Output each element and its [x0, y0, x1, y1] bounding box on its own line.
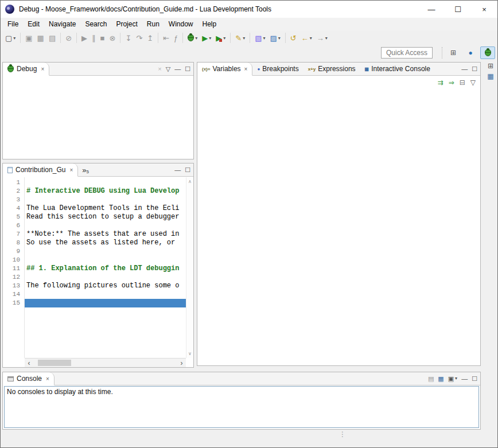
use-step-filters-button[interactable]: ƒ — [172, 32, 180, 44]
scroll-down-icon[interactable]: ∨ — [188, 351, 192, 356]
open-console-button[interactable]: ▣▾ — [448, 376, 457, 382]
scroll-up-icon[interactable]: ∧ — [188, 179, 192, 184]
save-button[interactable]: ▣ — [24, 32, 34, 44]
menu-edit[interactable]: Edit — [23, 18, 44, 30]
open-element-button-dropdown-icon[interactable]: ▾ — [278, 36, 281, 41]
variables-maximize-button[interactable]: ☐ — [472, 66, 477, 72]
menu-search[interactable]: Search — [80, 18, 111, 30]
new-button-icon: ▢ — [5, 34, 12, 42]
editor-tab-close-icon[interactable]: × — [69, 167, 73, 173]
debug-button[interactable]: ▾ — [186, 32, 199, 44]
console-content[interactable]: No consoles to display at this time. — [4, 386, 479, 428]
resume-button[interactable]: ▶ — [80, 32, 89, 44]
terminate-button[interactable]: ■ — [99, 32, 107, 44]
variables-close-icon[interactable]: × — [244, 66, 248, 72]
show-columns-button[interactable]: ⇒ — [449, 79, 454, 86]
ldt-perspective-button[interactable]: ● — [463, 46, 478, 59]
display-selected-console-button[interactable]: ▦ — [438, 376, 443, 382]
menu-window[interactable]: Window — [164, 18, 198, 30]
new-wizard-button-dropdown-icon[interactable]: ▾ — [263, 36, 266, 41]
hscroll-track[interactable] — [33, 359, 177, 367]
suspend-button[interactable]: ∥ — [90, 32, 98, 44]
menu-project[interactable]: Project — [111, 18, 142, 30]
debug-button-dropdown-icon[interactable]: ▾ — [195, 36, 197, 41]
tab-console[interactable]: Console × — [3, 372, 55, 385]
debug-maximize-button[interactable]: ☐ — [185, 66, 190, 72]
save-all-button[interactable]: ▦ — [36, 32, 46, 44]
mark-occurrences-button[interactable]: ✎▾ — [234, 32, 247, 44]
quick-access-field[interactable]: Quick Access — [381, 47, 433, 59]
variables-minimize-button[interactable]: — — [461, 66, 468, 72]
outline-view-button[interactable]: ▦ — [487, 73, 493, 80]
disconnect-button-icon: ⊗ — [109, 34, 115, 42]
sash-handle[interactable]: ⋮ — [339, 431, 346, 438]
tab-contribution-guide[interactable]: Contribution_Gu × — [3, 163, 78, 177]
new-button-dropdown-icon[interactable]: ▾ — [13, 36, 15, 41]
tab-expressions[interactable]: x+yExpressions — [304, 63, 360, 75]
open-perspective-button[interactable]: ⊞ — [446, 46, 461, 59]
code-line-12 — [25, 273, 186, 282]
menu-run[interactable]: Run — [142, 18, 164, 30]
new-wizard-button[interactable]: ▧▾ — [253, 32, 267, 44]
minimize-window-button[interactable]: — — [418, 1, 445, 18]
maximize-window-button[interactable]: ☐ — [445, 1, 471, 18]
editor-maximize-button[interactable]: ☐ — [185, 167, 190, 173]
variables-view-menu-button[interactable]: ▽ — [470, 79, 476, 86]
code-area[interactable]: # Interactive DEBUG using Lua DevelopThe… — [25, 177, 186, 358]
external-tools-button[interactable]: ▶▾ — [214, 32, 227, 44]
back-button[interactable]: ←▾ — [299, 32, 314, 44]
forward-button-dropdown-icon[interactable]: ▾ — [325, 36, 328, 41]
new-wizard-button-icon: ▧ — [255, 34, 262, 42]
external-tools-button-dropdown-icon[interactable]: ▾ — [223, 36, 225, 41]
collapse-all-button[interactable]: ⊟ — [460, 79, 465, 86]
step-return-button[interactable]: ↥ — [145, 32, 155, 44]
editor-vertical-scrollbar[interactable]: ∧ ∨ — [186, 177, 193, 358]
editor-minimize-button[interactable]: — — [174, 167, 181, 173]
print-button[interactable]: ▤ — [47, 32, 57, 44]
console-maximize-button[interactable]: ☐ — [472, 376, 477, 382]
restore-views-button[interactable]: ⊞ — [488, 63, 493, 69]
line-number: 12 — [3, 273, 20, 282]
step-over-button[interactable]: ↷ — [134, 32, 144, 44]
console-tab-close-icon[interactable]: × — [46, 376, 49, 382]
open-console-button-dropdown-icon[interactable]: ▾ — [455, 376, 457, 381]
open-perspective-button-icon: ⊞ — [450, 49, 456, 57]
editor-horizontal-scrollbar[interactable]: ‹ › — [25, 358, 186, 367]
display-selected-console-button-icon: ▦ — [438, 376, 443, 382]
code-line-13: The following pictures outline some o — [25, 282, 186, 290]
disconnect-button[interactable]: ⊗ — [107, 32, 117, 44]
skip-all-breakpoints-button[interactable]: ⊘ — [64, 32, 73, 44]
close-window-button[interactable]: × — [471, 1, 497, 18]
tab-variables[interactable]: (x)=Variables× — [197, 63, 252, 76]
scroll-right-icon[interactable]: › — [177, 360, 186, 367]
forward-button[interactable]: →▾ — [315, 32, 329, 44]
run-button-dropdown-icon[interactable]: ▾ — [209, 36, 211, 41]
show-logical-structure-button[interactable]: ⇉ — [438, 79, 443, 86]
debug-minimize-button[interactable]: — — [174, 66, 181, 72]
menu-help[interactable]: Help — [198, 18, 221, 30]
debug-tab-close-icon[interactable]: × — [41, 66, 44, 72]
tab-breakpoints[interactable]: ●Breakpoints — [252, 63, 303, 75]
last-edit-location-button[interactable]: ↺ — [289, 32, 298, 44]
tab-debug[interactable]: Debug × — [3, 63, 49, 76]
editor-overflow-tabs[interactable]: »5 — [78, 163, 93, 176]
expressions-label: Expressions — [318, 65, 355, 73]
scroll-left-icon[interactable]: ‹ — [25, 360, 33, 367]
debug-perspective-button[interactable] — [480, 46, 495, 59]
back-button-dropdown-icon[interactable]: ▾ — [310, 36, 312, 41]
remove-all-terminated-button[interactable]: × — [158, 66, 161, 72]
line-number: 4 — [3, 204, 20, 213]
hscroll-thumb[interactable] — [38, 360, 71, 366]
console-minimize-button[interactable]: — — [461, 376, 468, 382]
tab-interactive-console[interactable]: ▦Interactive Console — [360, 63, 435, 75]
drop-to-frame-button[interactable]: ⇤ — [161, 32, 171, 44]
mark-occurrences-button-dropdown-icon[interactable]: ▾ — [243, 36, 245, 41]
debug-view-menu-button[interactable]: ▽ — [166, 66, 170, 72]
new-button[interactable]: ▢▾ — [3, 32, 17, 44]
open-element-button[interactable]: ▨▾ — [269, 32, 282, 44]
open-console-page-button[interactable]: ▤ — [428, 376, 434, 382]
run-button[interactable]: ▶▾ — [200, 32, 213, 44]
menu-file[interactable]: File — [3, 18, 23, 30]
menu-navigate[interactable]: Navigate — [44, 18, 80, 30]
step-into-button[interactable]: ↧ — [123, 32, 133, 44]
